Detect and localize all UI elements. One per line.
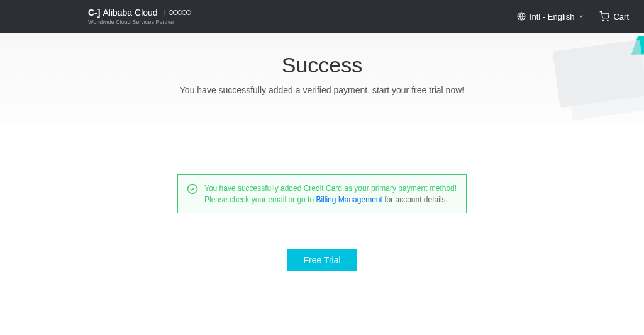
brand-tagline: Worldwide Cloud Services Partner bbox=[88, 19, 191, 25]
language-selector[interactable]: Intl - English bbox=[517, 12, 585, 21]
logo-bracket-icon: C-] bbox=[88, 8, 100, 18]
alert-line1: You have successfully added Credit Card … bbox=[204, 183, 457, 194]
logo-row: C-] Alibaba Cloud bbox=[88, 8, 191, 18]
cart-link[interactable]: Cart bbox=[599, 11, 629, 21]
cart-label: Cart bbox=[613, 12, 629, 21]
cart-icon bbox=[599, 11, 609, 21]
globe-icon bbox=[517, 12, 526, 21]
hero-section: Success You have successfully added a ve… bbox=[0, 33, 644, 124]
svg-point-2 bbox=[603, 20, 604, 20]
main-content: You have successfully added Credit Card … bbox=[0, 124, 644, 271]
header-right: Intl - English Cart bbox=[517, 11, 629, 21]
alert-text: You have successfully added Credit Card … bbox=[204, 183, 457, 205]
free-trial-button[interactable]: Free Trial bbox=[287, 249, 357, 271]
olympic-rings-icon bbox=[164, 10, 191, 15]
svg-point-4 bbox=[188, 185, 197, 194]
top-header: C-] Alibaba Cloud Worldwide Cloud Servic… bbox=[0, 0, 644, 33]
chevron-down-icon bbox=[578, 13, 584, 20]
billing-management-link[interactable]: Billing Management bbox=[316, 195, 382, 204]
alert-line2-suffix: for account details. bbox=[382, 195, 448, 204]
brand-name: Alibaba Cloud bbox=[103, 8, 157, 18]
alert-line2-prefix: Please check your email or go to bbox=[204, 195, 316, 204]
language-label: Intl - English bbox=[530, 12, 575, 21]
success-alert: You have successfully added Credit Card … bbox=[177, 174, 467, 213]
brand-logo[interactable]: C-] Alibaba Cloud bbox=[88, 8, 158, 18]
hero-decoration bbox=[531, 39, 644, 124]
brand-block: C-] Alibaba Cloud Worldwide Cloud Servic… bbox=[88, 8, 191, 25]
check-circle-icon bbox=[187, 183, 198, 195]
alert-line2: Please check your email or go to Billing… bbox=[204, 194, 457, 205]
svg-point-3 bbox=[608, 20, 608, 20]
